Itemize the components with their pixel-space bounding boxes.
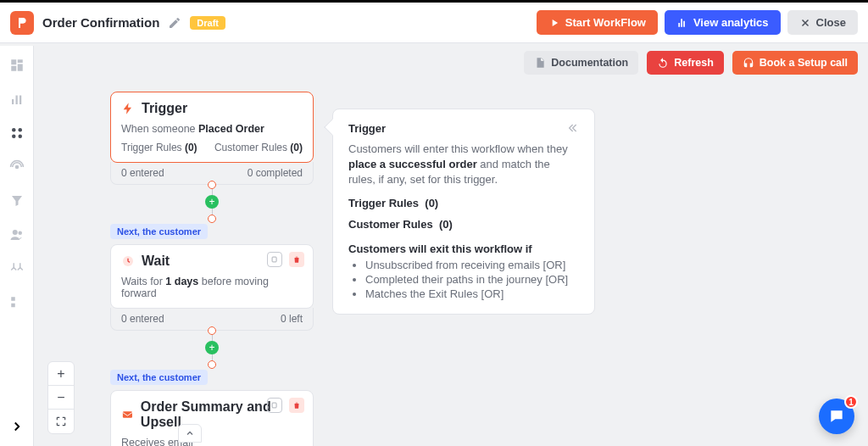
svg-point-4 (14, 165, 19, 170)
nav-analytics-icon[interactable] (9, 92, 25, 107)
panel-desc-bold: place a successful order (348, 158, 477, 170)
trigger-rules-label: Trigger Rules (121, 142, 182, 153)
svg-rect-9 (272, 403, 276, 408)
app-header: Order Confirmation Draft Start WorkFlow … (0, 3, 868, 43)
workflow-canvas[interactable]: Trigger When someone Placed Order Trigge… (34, 46, 868, 446)
add-step-button[interactable]: + (205, 341, 219, 354)
wait-entered: 0 entered (121, 313, 164, 325)
play-icon (548, 17, 560, 29)
add-step-button[interactable]: + (205, 195, 219, 209)
svg-point-6 (18, 231, 22, 236)
svg-rect-10 (123, 411, 132, 417)
view-analytics-label: View analytics (693, 16, 769, 29)
collapse-flow-button[interactable] (178, 424, 202, 443)
panel-exit-item: Matches the Exit Rules [OR] (365, 287, 579, 300)
delete-step-button[interactable] (289, 252, 304, 267)
view-analytics-button[interactable]: View analytics (665, 10, 781, 35)
trigger-completed: 0 completed (248, 167, 303, 179)
header-actions: Start WorkFlow View analytics Close (537, 10, 858, 35)
panel-exit-list: Unsubscribed from receiving emails [OR] … (348, 259, 579, 300)
start-workflow-label: Start WorkFlow (565, 16, 646, 29)
panel-trigger-rules-count: (0) (425, 197, 438, 209)
chat-unread-badge: 1 (844, 395, 858, 409)
trigger-card[interactable]: Trigger When someone Placed Order Trigge… (110, 92, 314, 163)
wait-body-bold: 1 days (165, 276, 198, 287)
close-label: Close (816, 16, 846, 29)
customer-rules-label: Customer Rules (214, 142, 287, 153)
panel-exit-item: Completed their paths in the journey [OR… (365, 273, 579, 286)
panel-exit-heading: Customers will exit this workflow if (348, 243, 579, 255)
nav-split-icon[interactable] (9, 261, 25, 276)
start-workflow-button[interactable]: Start WorkFlow (537, 10, 658, 35)
close-button[interactable]: Close (787, 10, 858, 35)
close-icon (799, 17, 811, 29)
node-dot (208, 360, 216, 369)
customer-rules-count: (0) (290, 142, 303, 153)
connector: + (110, 331, 314, 365)
app-logo[interactable] (10, 11, 34, 35)
wait-body-pre: Waits for (121, 276, 165, 287)
nav-workflow-icon[interactable] (9, 125, 25, 141)
trigger-card-title: Trigger (142, 101, 187, 116)
panel-customer-rules-label: Customer Rules (348, 218, 433, 231)
svg-rect-7 (272, 257, 276, 262)
chat-widget[interactable]: 1 (819, 399, 854, 434)
zoom-fit-button[interactable] (48, 410, 74, 433)
nav-rail (0, 46, 34, 446)
svg-point-1 (18, 128, 22, 132)
next-customer-pill: Next, the customer (110, 370, 208, 385)
chevron-up-icon (185, 428, 195, 438)
status-badge: Draft (190, 16, 225, 30)
nav-people-icon[interactable] (9, 227, 25, 243)
chat-icon (828, 408, 845, 425)
trigger-detail-panel: Trigger Customers will enter this workfl… (332, 109, 595, 315)
header-left: Order Confirmation Draft (10, 11, 225, 35)
panel-trigger-rules-label: Trigger Rules (348, 197, 419, 209)
zoom-in-button[interactable]: + (48, 362, 74, 386)
zoom-out-button[interactable]: − (48, 386, 74, 410)
fullscreen-icon (55, 415, 67, 427)
copy-step-button[interactable] (267, 398, 282, 413)
copy-step-button[interactable] (267, 252, 282, 267)
panel-title: Trigger (348, 122, 386, 135)
workflow-title: Order Confirmation (42, 15, 159, 30)
rail-expand-icon[interactable] (9, 419, 25, 434)
node-dot (208, 326, 216, 335)
panel-exit-item: Unsubscribed from receiving emails [OR] (365, 259, 579, 271)
trigger-rules-count: (0) (185, 142, 198, 153)
email-body-label: Receives email (121, 437, 303, 446)
panel-desc-pre: Customers will enter this workflow when … (348, 142, 568, 155)
edit-icon[interactable] (168, 16, 181, 30)
email-card[interactable]: Order Summary and Upsell Receives email … (110, 390, 314, 446)
svg-point-2 (12, 135, 16, 139)
nav-broadcast-icon[interactable] (9, 159, 25, 175)
collapse-panel-icon[interactable] (565, 121, 579, 135)
nav-add-icon[interactable] (9, 295, 25, 310)
node-dot (208, 181, 216, 189)
wait-left: 0 left (281, 313, 303, 325)
zoom-controls: + − (47, 361, 75, 434)
chart-icon (676, 17, 688, 29)
trigger-event-prefix: When someone (121, 123, 198, 135)
wait-card[interactable]: Wait Waits for 1 days before moving forw… (110, 244, 314, 309)
nav-filter-icon[interactable] (9, 193, 25, 209)
next-customer-pill: Next, the customer (110, 224, 208, 239)
delete-step-button[interactable] (289, 398, 304, 413)
workflow-flow: Trigger When someone Placed Order Trigge… (110, 92, 314, 446)
nav-dashboard-icon[interactable] (9, 58, 25, 73)
wait-card-title: Wait (142, 254, 170, 269)
svg-point-3 (18, 135, 22, 139)
mail-icon (121, 408, 134, 421)
panel-customer-rules-count: (0) (439, 218, 453, 231)
svg-point-5 (12, 230, 17, 235)
trigger-event: Placed Order (198, 123, 264, 135)
connector: + (110, 185, 314, 219)
svg-point-0 (12, 128, 16, 132)
bolt-icon (121, 102, 135, 115)
trigger-entered: 0 entered (121, 167, 164, 179)
clock-icon (121, 254, 135, 268)
panel-arrow (324, 119, 341, 136)
node-dot (208, 215, 216, 223)
